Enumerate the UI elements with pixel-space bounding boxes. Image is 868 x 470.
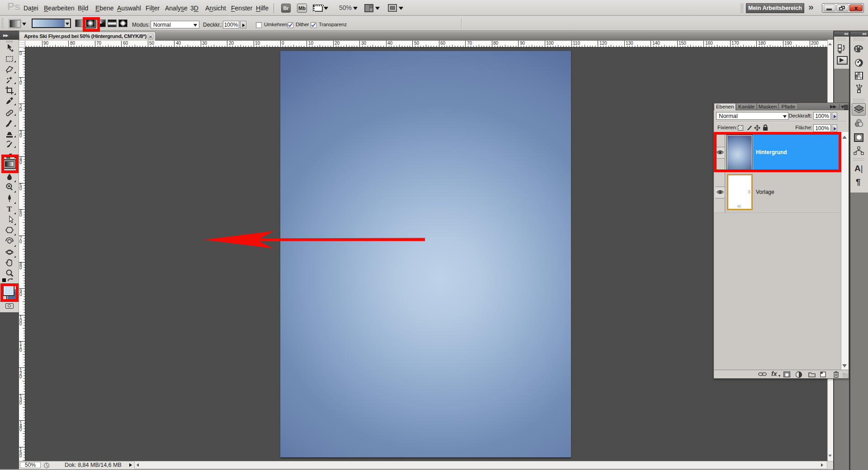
svg-text:T: T [7,205,12,213]
